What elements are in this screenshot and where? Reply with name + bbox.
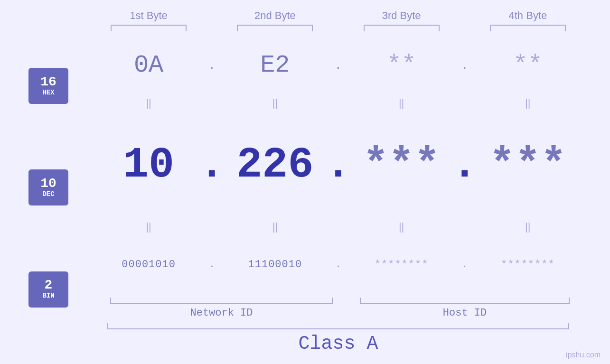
byte-col-3: 3rd Byte (348, 9, 455, 31)
eq-cell-2b: || (221, 221, 328, 233)
network-id-bracket: Network ID (95, 298, 348, 319)
byte-header-4: 4th Byte (509, 9, 547, 22)
dec-sep-2: . (329, 144, 348, 187)
eq-cell-3a: || (348, 97, 455, 109)
eq-2a: || (272, 97, 278, 109)
dec-sep-3: . (455, 144, 474, 187)
bin-sep-1: . (202, 259, 221, 271)
rows-wrapper: 16 HEX 10 DEC 2 BIN 0A . E2 (28, 35, 582, 355)
all-rows-col: 0A . E2 . ** . ** || (95, 35, 582, 355)
eq-1a: || (146, 97, 151, 109)
equals-row-1: || || || || (95, 95, 582, 111)
hex-badge: 16 HEX (28, 68, 68, 104)
eq-2b: || (272, 221, 278, 233)
dec-val-4: *** (489, 141, 566, 189)
hex-row: 0A . E2 . ** . ** (95, 35, 582, 95)
byte-top-bracket-2 (237, 25, 313, 31)
bin-row: 00001010 . 11100010 . ******** . *******… (95, 234, 582, 295)
eq-3a: || (399, 97, 404, 109)
bytes-area: 1st Byte 2nd Byte 3rd Byte 4th Byte (95, 9, 582, 31)
hex-val-3: ** (386, 51, 416, 79)
byte-top-bracket-1 (111, 25, 187, 31)
watermark: ipshu.com (566, 351, 601, 359)
byte-headers-row: 1st Byte 2nd Byte 3rd Byte 4th Byte (28, 9, 582, 31)
hex-num: 16 (40, 75, 56, 89)
bin-badge: 2 BIN (28, 271, 68, 308)
dec-cell-2: 226 (221, 141, 328, 189)
equals-row-2: || || || || (95, 219, 582, 234)
id-brackets-row: Network ID Host ID (95, 298, 582, 319)
bin-val-4: ******** (501, 259, 555, 271)
hex-cell-4: ** (474, 51, 582, 79)
eq-1b: || (146, 221, 151, 233)
hex-val-2: E2 (260, 51, 290, 79)
main-container: 1st Byte 2nd Byte 3rd Byte 4th Byte (0, 0, 610, 364)
host-bracket-bar (360, 298, 570, 304)
bin-cell-2: 11100010 (221, 259, 328, 271)
byte-header-2: 2nd Byte (254, 9, 296, 22)
dec-label: DEC (42, 190, 54, 198)
host-id-label: Host ID (443, 307, 487, 319)
bin-label: BIN (42, 292, 54, 300)
eq-4a: || (525, 97, 530, 109)
eq-cell-4a: || (474, 97, 582, 109)
bin-cell-1: 00001010 (95, 259, 202, 271)
byte-col-1: 1st Byte (95, 9, 202, 31)
dec-cell-3: *** (348, 141, 455, 189)
class-area: Class A (95, 323, 582, 355)
class-label: Class A (298, 333, 378, 355)
eq-cell-2a: || (221, 97, 328, 109)
bin-cell-4: ******** (474, 259, 582, 271)
dec-val-2: 226 (236, 141, 313, 189)
hex-cell-1: 0A (95, 51, 202, 79)
eq-cell-4b: || (474, 221, 582, 233)
row-labels: 16 HEX 10 DEC 2 BIN (28, 35, 95, 355)
dec-cell-1: 10 (95, 141, 202, 189)
bin-val-3: ******** (375, 259, 429, 271)
network-bracket-bar (110, 298, 333, 304)
hex-sep-1: . (202, 58, 221, 73)
byte-header-3: 3rd Byte (382, 9, 421, 22)
eq-3b: || (399, 221, 404, 233)
dec-badge: 10 DEC (28, 169, 68, 205)
byte-col-4: 4th Byte (474, 9, 582, 31)
eq-cell-3b: || (348, 221, 455, 233)
eq-cell-1b: || (95, 221, 202, 233)
network-id-label: Network ID (190, 307, 253, 319)
dec-cell-4: *** (474, 141, 582, 189)
eq-4b: || (525, 221, 530, 233)
byte-header-1: 1st Byte (130, 9, 167, 22)
bin-val-1: 00001010 (122, 259, 176, 271)
bin-num: 2 (45, 279, 53, 292)
byte-top-bracket-4 (490, 25, 566, 31)
dec-sep-1: . (202, 144, 221, 187)
eq-cell-1a: || (95, 97, 202, 109)
hex-val-1: 0A (134, 51, 163, 79)
hex-val-4: ** (513, 51, 543, 79)
bin-sep-3: . (455, 259, 474, 271)
dec-val-3: *** (363, 141, 440, 189)
dec-row: 10 . 226 . *** . *** (95, 111, 582, 219)
hex-sep-3: . (455, 58, 474, 73)
dec-num: 10 (40, 177, 56, 190)
hex-cell-3: ** (348, 51, 455, 79)
bin-sep-2: . (329, 259, 348, 271)
byte-top-bracket-3 (364, 25, 440, 31)
class-bracket-bar (107, 323, 570, 329)
byte-col-2: 2nd Byte (221, 9, 328, 31)
dec-val-1: 10 (123, 141, 174, 189)
hex-cell-2: E2 (221, 51, 328, 79)
bin-cell-3: ******** (348, 259, 455, 271)
bin-val-2: 11100010 (248, 259, 302, 271)
hex-label: HEX (42, 89, 54, 97)
host-id-bracket: Host ID (348, 298, 582, 319)
hex-sep-2: . (329, 58, 348, 73)
